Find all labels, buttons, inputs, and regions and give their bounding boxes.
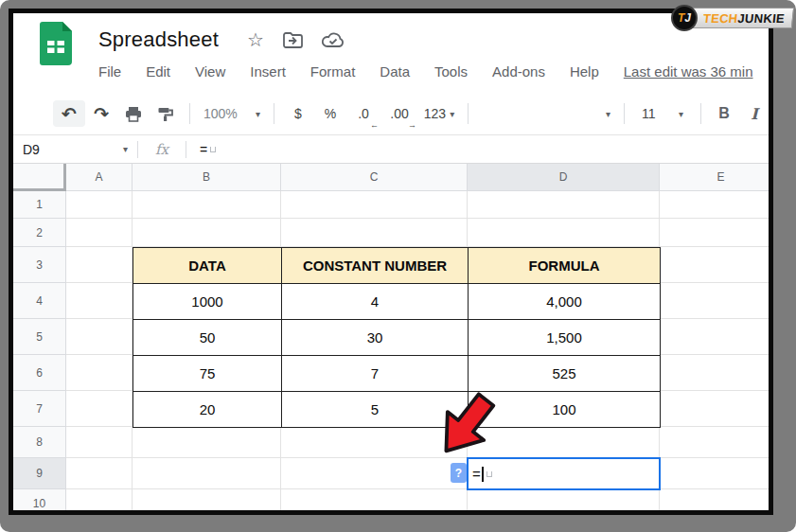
- menu-insert[interactable]: Insert: [250, 63, 286, 80]
- redo-button[interactable]: ↷: [85, 100, 117, 127]
- techjunkie-banner: TECHJUNKIE: [690, 8, 794, 28]
- column-header-D[interactable]: D: [468, 164, 660, 191]
- chevron-down-icon: ▾: [679, 109, 683, 119]
- document-title[interactable]: Spreadsheet: [98, 27, 219, 52]
- chevron-down-icon: ▾: [256, 109, 260, 119]
- undo-icon: ↶: [62, 105, 77, 123]
- row-header-10[interactable]: 10: [13, 489, 66, 515]
- row-header-7[interactable]: 7: [13, 391, 66, 427]
- cloud-status-icon[interactable]: [322, 32, 345, 48]
- title-bar: Spreadsheet ☆ FileEditViewInsertFormatDa…: [13, 13, 769, 93]
- undo-button[interactable]: ↶: [53, 100, 85, 127]
- column-header-B[interactable]: B: [133, 164, 281, 191]
- font-family-select[interactable]: ▾: [476, 100, 616, 127]
- screenshot-frame: Spreadsheet ☆ FileEditViewInsertFormatDa…: [0, 0, 796, 532]
- toolbar: ↶ ↷ 100%▾ $ % .0← .0: [13, 93, 769, 135]
- print-icon: [125, 106, 142, 122]
- menu-help[interactable]: Help: [570, 63, 599, 80]
- toolbar-divider: [468, 103, 469, 124]
- row-header-1[interactable]: 1: [13, 191, 66, 219]
- toolbar-divider: [700, 103, 701, 124]
- formula-bar-divider: [137, 141, 138, 158]
- zoom-select[interactable]: 100%▾: [198, 100, 266, 127]
- formula-bar: D9 ▾ fx =: [13, 135, 769, 164]
- cell-D5[interactable]: 1,500: [468, 319, 661, 356]
- name-box[interactable]: D9 ▾: [13, 142, 137, 157]
- cell-B7[interactable]: 20: [133, 391, 282, 428]
- chevron-down-icon: ▾: [450, 109, 454, 119]
- text-cursor-box: [486, 471, 492, 477]
- techjunkie-monogram: TJ: [671, 5, 698, 31]
- row-header-9[interactable]: 9: [13, 458, 66, 489]
- menu-bar: FileEditViewInsertFormatDataToolsAdd-ons…: [98, 59, 769, 83]
- techjunkie-logo: TJ TECHJUNKIE: [671, 5, 793, 31]
- toolbar-divider: [274, 103, 274, 124]
- formula-input[interactable]: =: [200, 142, 207, 157]
- column-header-A[interactable]: A: [66, 164, 133, 191]
- cell-reference: D9: [23, 142, 40, 157]
- cell-B5[interactable]: 50: [133, 319, 282, 356]
- cell-B6[interactable]: 75: [133, 355, 282, 392]
- paint-format-button[interactable]: [150, 100, 182, 127]
- increase-decimal-button[interactable]: .00→: [380, 100, 418, 127]
- cell-D4[interactable]: 4,000: [468, 283, 661, 320]
- cell-B4[interactable]: 1000: [133, 283, 282, 320]
- cell-B3[interactable]: DATA: [133, 247, 282, 284]
- row-header-4[interactable]: 4: [13, 283, 66, 319]
- bold-button[interactable]: B: [709, 100, 739, 127]
- gridline: [66, 488, 769, 489]
- row-header-5[interactable]: 5: [13, 319, 66, 355]
- last-edit-link[interactable]: Last edit was 36 min: [624, 63, 753, 80]
- menu-view[interactable]: View: [195, 63, 225, 80]
- toolbar-divider: [624, 103, 625, 124]
- red-arrow-annotation: [430, 383, 502, 469]
- paint-format-icon: [157, 106, 174, 122]
- format-percent-button[interactable]: %: [314, 100, 346, 127]
- column-header-E[interactable]: E: [660, 164, 769, 191]
- fx-icon: fx: [155, 141, 168, 158]
- formula-bar-divider: [186, 141, 186, 158]
- menu-data[interactable]: Data: [380, 63, 410, 80]
- menu-add-ons[interactable]: Add-ons: [492, 63, 545, 80]
- chevron-down-icon: ▾: [123, 144, 128, 154]
- column-header-C[interactable]: C: [281, 164, 468, 191]
- gridline: [66, 218, 769, 219]
- sheets-app-icon[interactable]: [40, 22, 72, 65]
- move-folder-icon[interactable]: [283, 32, 303, 48]
- format-currency-button[interactable]: $: [282, 100, 314, 127]
- cell-C5[interactable]: 30: [281, 319, 469, 356]
- sheets-window: Spreadsheet ☆ FileEditViewInsertFormatDa…: [9, 9, 773, 515]
- row-header-2[interactable]: 2: [13, 219, 66, 247]
- cell-D3[interactable]: FORMULA: [468, 247, 661, 284]
- star-icon[interactable]: ☆: [247, 28, 264, 51]
- menu-format[interactable]: Format: [310, 63, 356, 80]
- redo-icon: ↷: [94, 105, 109, 123]
- select-all-corner[interactable]: [13, 164, 66, 191]
- italic-button[interactable]: I: [739, 100, 769, 127]
- cell-C3[interactable]: CONSTANT NUMBER: [281, 247, 469, 284]
- print-button[interactable]: [117, 100, 150, 127]
- chevron-down-icon: ▾: [606, 109, 610, 119]
- more-formats-button[interactable]: 123▾: [418, 100, 460, 127]
- menu-tools[interactable]: Tools: [434, 63, 468, 80]
- row-header-6[interactable]: 6: [13, 355, 66, 391]
- title-block: Spreadsheet ☆ FileEditViewInsertFormatDa…: [98, 13, 769, 83]
- menu-file[interactable]: File: [98, 63, 121, 80]
- font-size-select[interactable]: 11▾: [632, 100, 693, 127]
- cell-C4[interactable]: 4: [281, 283, 469, 320]
- row-header-3[interactable]: 3: [13, 247, 66, 283]
- row-header-8[interactable]: 8: [13, 427, 66, 458]
- grid[interactable]: ABCDE12345678910DATACONSTANT NUMBERFORMU…: [13, 164, 769, 515]
- text-cursor-box: [210, 147, 216, 152]
- decrease-decimal-button[interactable]: .0←: [346, 100, 380, 127]
- gridline: [66, 457, 769, 458]
- toolbar-divider: [189, 103, 190, 124]
- menu-edit[interactable]: Edit: [146, 63, 170, 80]
